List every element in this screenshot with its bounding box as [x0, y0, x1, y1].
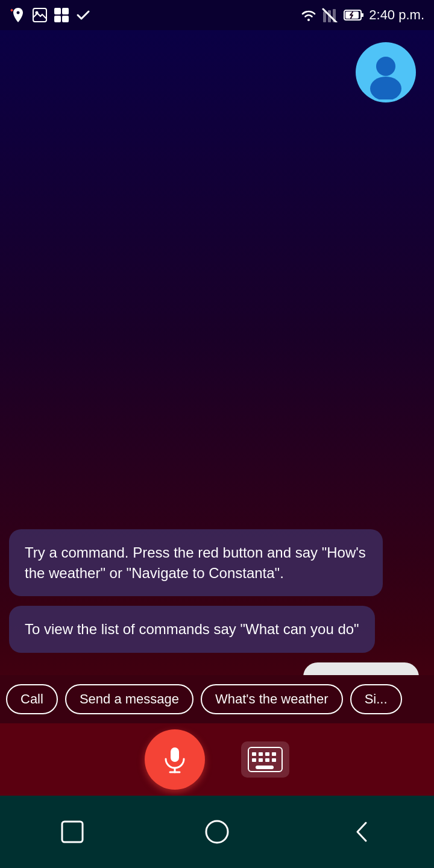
svg-rect-24	[252, 758, 256, 762]
status-bar-left	[10, 7, 92, 24]
status-bar: 2:40 p.m.	[0, 0, 434, 30]
nav-bar	[0, 796, 434, 868]
avatar	[356, 42, 416, 102]
chip-send-message[interactable]: Send a message	[65, 684, 193, 714]
svg-rect-11	[361, 13, 363, 17]
svg-rect-5	[62, 16, 69, 22]
battery-icon	[344, 8, 364, 22]
svg-rect-4	[54, 16, 61, 22]
maps-icon	[10, 7, 27, 24]
svg-rect-6	[323, 11, 326, 22]
nav-back-button[interactable]	[338, 808, 386, 856]
status-bar-right: 2:40 p.m.	[300, 7, 424, 23]
svg-rect-29	[62, 822, 83, 842]
status-time: 2:40 p.m.	[369, 7, 424, 23]
mic-bar	[0, 723, 434, 796]
wifi-icon	[300, 8, 317, 22]
nav-recents-button[interactable]	[48, 808, 96, 856]
svg-rect-25	[259, 758, 263, 762]
nav-home-button[interactable]	[193, 808, 241, 856]
svg-rect-2	[54, 8, 61, 14]
back-icon	[347, 817, 377, 847]
home-icon	[202, 817, 232, 847]
chip-weather[interactable]: What's the weather	[201, 684, 343, 714]
svg-rect-21	[259, 752, 263, 756]
svg-point-30	[206, 821, 228, 843]
keyboard-button[interactable]	[241, 741, 289, 778]
svg-rect-3	[62, 8, 69, 14]
chips-bar: Call Send a message What's the weather S…	[0, 675, 434, 723]
svg-rect-23	[272, 752, 276, 756]
svg-point-14	[376, 57, 395, 76]
check-icon	[75, 7, 92, 24]
message-bubble-2: To view the list of commands say "What c…	[9, 606, 375, 653]
apps-icon	[53, 7, 70, 24]
svg-rect-22	[265, 752, 269, 756]
message-bubble-1: Try a command. Press the red button and …	[9, 529, 383, 596]
keyboard-icon	[247, 746, 283, 773]
microphone-icon	[160, 744, 190, 775]
chip-call[interactable]: Call	[6, 684, 58, 714]
svg-rect-27	[272, 758, 276, 762]
signal-blocked-icon	[322, 8, 339, 22]
mic-button[interactable]	[145, 729, 205, 790]
svg-rect-20	[252, 752, 256, 756]
chip-more[interactable]: Si...	[350, 684, 402, 714]
svg-rect-28	[256, 766, 274, 769]
recents-icon	[57, 817, 87, 847]
svg-rect-16	[171, 747, 179, 762]
photos-icon	[31, 7, 48, 24]
avatar-container	[0, 42, 434, 102]
svg-rect-26	[265, 758, 269, 762]
